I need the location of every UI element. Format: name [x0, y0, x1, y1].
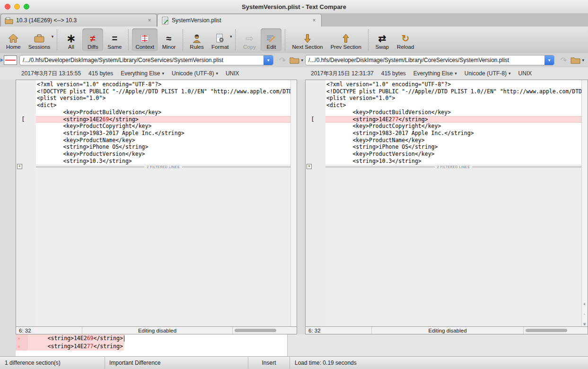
left-path-bar: /.../0.hfs/DeveloperDiskImage/System/Lib…: [0, 55, 305, 65]
right-vertical-scrollbar[interactable]: ± ◦ ∓: [581, 80, 588, 326]
right-path-dropdown-button[interactable]: ▾: [544, 55, 554, 65]
same-equals-icon: =: [112, 32, 118, 44]
diff-section-bracket: [: [311, 116, 315, 123]
edit-button[interactable]: Edit: [261, 28, 281, 51]
left-vertical-scrollbar[interactable]: [290, 80, 297, 326]
detail-diff-row[interactable]: » <string>14E269</string>: [16, 334, 124, 342]
filtered-lines-divider[interactable]: 2 FILTERED LINES: [325, 164, 581, 170]
scrollbar-thumb[interactable]: [526, 329, 567, 332]
minor-approx-icon: ≈: [167, 32, 172, 44]
all-button[interactable]: ∗ All: [61, 28, 81, 51]
diff-line[interactable]: <string>14E269</string>: [36, 116, 290, 123]
divider-line: [36, 167, 144, 167]
left-open-arrow-icon[interactable]: ↷: [279, 55, 286, 65]
code-line[interactable]: <string>10.3</string>: [325, 158, 581, 165]
scrollbar-button-middle[interactable]: ◦: [582, 312, 587, 316]
tab-systemversion-plist[interactable]: SystemVersion.plist ×: [157, 14, 322, 27]
code-line[interactable]: <?xml version="1.0" encoding="UTF-8"?>: [325, 81, 581, 88]
scrollbar-thumb[interactable]: [235, 329, 276, 332]
right-open-arrow-icon[interactable]: ↷: [560, 55, 567, 65]
scrollbar-button-bottom[interactable]: ∓: [582, 322, 587, 326]
tab-close-icon[interactable]: ×: [311, 17, 317, 24]
chevron-down-icon: ▾: [162, 71, 165, 76]
code-line[interactable]: <key>ProductVersion</key>: [36, 151, 290, 158]
code-line[interactable]: <key>ProductName</key>: [325, 137, 581, 144]
format-caret-icon: ▾: [230, 34, 232, 39]
minor-button[interactable]: ≈ Minor: [158, 28, 179, 51]
chevron-down-icon: ▾: [509, 71, 511, 76]
left-path-combo[interactable]: /.../0.hfs/DeveloperDiskImage/System/Lib…: [19, 55, 273, 65]
diff-map-thumbnail[interactable]: [4, 55, 17, 65]
browse-caret-icon: ▾: [582, 58, 584, 63]
minimize-window-button[interactable]: [14, 4, 20, 9]
filtered-lines-divider[interactable]: 2 FILTERED LINES: [36, 164, 290, 170]
toolbar-separator: [57, 29, 57, 50]
detail-diff-row[interactable]: » <string>14E277</string>: [16, 342, 124, 351]
left-path-text: /.../0.hfs/DeveloperDiskImage/System/Lib…: [20, 57, 263, 63]
folder-session-icon: [5, 17, 13, 24]
diff-line[interactable]: <string>14E277</string>: [325, 116, 581, 123]
tab-close-icon[interactable]: ×: [146, 17, 153, 24]
left-code-area[interactable]: <?xml version="1.0" encoding="UTF-8"?><!…: [36, 80, 290, 164]
code-line[interactable]: <key>ProductVersion</key>: [325, 151, 581, 158]
code-line[interactable]: <dict>: [325, 102, 581, 109]
tab-folder-session[interactable]: 10.3 (14E269) <--> 10.3 ×: [0, 14, 157, 27]
reload-button[interactable]: ↻ Reload: [394, 28, 417, 51]
browse-caret-icon: ▾: [301, 58, 303, 63]
status-bar: 1 difference section(s) Important Differ…: [0, 356, 588, 369]
left-path-dropdown-button[interactable]: ▾: [263, 55, 273, 65]
code-line[interactable]: <plist version="1.0">: [36, 95, 290, 102]
expand-filtered-lines-button[interactable]: +: [17, 164, 22, 169]
code-line[interactable]: <key>ProductCopyright</key>: [325, 123, 581, 130]
format-button[interactable]: Format ▾: [208, 28, 232, 51]
right-encoding-dropdown[interactable]: Unicode (UTF-8) ▾: [465, 70, 511, 77]
rules-button[interactable]: Rules: [186, 28, 207, 51]
prev-section-button[interactable]: Prev Section: [327, 28, 365, 51]
left-horizontal-scrollbar[interactable]: [233, 327, 297, 334]
swap-button[interactable]: ⇄ Swap: [372, 28, 393, 51]
code-line[interactable]: <!DOCTYPE plist PUBLIC "-//Apple//DTD PL…: [325, 88, 581, 95]
code-line[interactable]: <string>10.3</string>: [36, 158, 290, 165]
right-path-combo[interactable]: /.../0.hfs/DeveloperDiskImage/System/Lib…: [305, 55, 554, 65]
code-line[interactable]: <key>ProductName</key>: [36, 137, 290, 144]
code-line[interactable]: <key>ProductCopyright</key>: [36, 123, 290, 130]
sessions-button[interactable]: Sessions ▾: [25, 28, 54, 51]
code-line[interactable]: <!DOCTYPE plist PUBLIC "-//Apple//DTD PL…: [36, 88, 290, 95]
right-horizontal-scrollbar[interactable]: [524, 327, 588, 334]
code-line[interactable]: <string>1983-2017 Apple Inc.</string>: [36, 130, 290, 137]
code-line[interactable]: <string>iPhone OS</string>: [325, 144, 581, 151]
scrollbar-button-top[interactable]: ±: [582, 302, 587, 306]
right-code-area[interactable]: <?xml version="1.0" encoding="UTF-8"?><!…: [325, 80, 581, 164]
code-line[interactable]: <string>1983-2017 Apple Inc.</string>: [325, 130, 581, 137]
code-line[interactable]: <plist version="1.0">: [325, 95, 581, 102]
left-display-filter-dropdown[interactable]: Everything Else ▾: [121, 70, 164, 77]
detail-rows[interactable]: » <string>14E269</string>» <string>14E27…: [16, 334, 287, 356]
copy-button[interactable]: ⇨ Copy: [239, 28, 260, 51]
left-encoding-dropdown[interactable]: Unicode (UTF-8) ▾: [172, 70, 218, 77]
home-button[interactable]: Home: [3, 28, 24, 51]
diffs-button[interactable]: ≠ Diffs: [82, 28, 103, 51]
code-line[interactable]: <?xml version="1.0" encoding="UTF-8"?>: [36, 81, 290, 88]
diff-thumbnail-toggle[interactable]: [0, 55, 19, 65]
right-browse-button[interactable]: ▾: [570, 56, 584, 64]
line-detail-section: » <string>14E269</string>» <string>14E27…: [0, 334, 588, 356]
expand-filtered-lines-button[interactable]: +: [307, 164, 312, 169]
title-bar: SystemVersion.plist - Text Compare: [0, 0, 588, 13]
code-line[interactable]: <key>ProductBuildVersion</key>: [36, 109, 290, 116]
right-display-filter-dropdown[interactable]: Everything Else ▾: [413, 70, 457, 77]
copy-arrow-icon: ⇨: [246, 32, 254, 44]
next-section-button[interactable]: Next Section: [289, 28, 326, 51]
left-empty-area: [36, 170, 290, 326]
edit-pencil-icon: [266, 32, 276, 44]
thumbnail-arrow-icon: [0, 58, 3, 62]
close-window-button[interactable]: [5, 4, 10, 9]
context-button[interactable]: Context: [132, 28, 158, 51]
swap-icon: ⇄: [378, 32, 386, 44]
divider-line: [472, 167, 581, 167]
code-line[interactable]: <key>ProductBuildVersion</key>: [325, 109, 581, 116]
zoom-window-button[interactable]: [24, 4, 29, 9]
code-line[interactable]: <dict>: [36, 102, 290, 109]
left-browse-button[interactable]: ▾: [290, 56, 303, 64]
same-button[interactable]: = Same: [104, 28, 125, 51]
code-line[interactable]: <string>iPhone OS</string>: [36, 144, 290, 151]
